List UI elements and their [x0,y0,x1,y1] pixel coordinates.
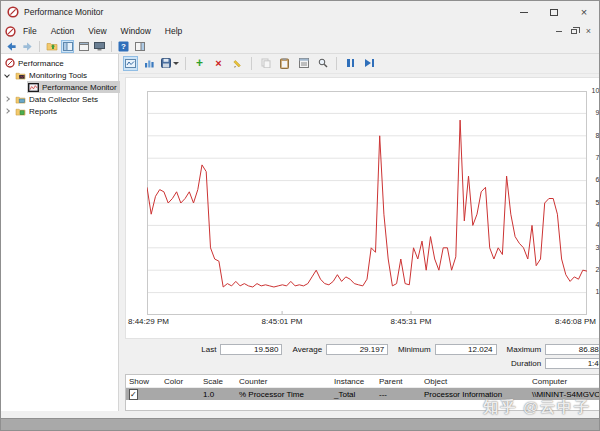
monitoring-tools-icon [15,71,26,80]
tree-item-label: Performance [18,59,64,68]
average-label: Average [292,345,322,354]
copy-icon [261,58,271,68]
tree-item-data-collector-sets[interactable]: Data Collector Sets [1,93,118,105]
graph-type-icon [144,58,155,68]
cell-instance: _Total [331,390,376,399]
menu-action[interactable]: Action [44,24,82,38]
col-object[interactable]: Object [421,377,529,386]
y-tick-label: 90 [586,109,600,116]
step-forward-icon [365,59,374,67]
duration-label: Duration [511,359,541,368]
forward-button[interactable] [21,40,34,53]
col-parent[interactable]: Parent [376,377,421,386]
tree-item-label: Monitoring Tools [29,71,87,80]
save-icon [161,58,171,68]
chevron-right-icon[interactable] [4,108,10,114]
chevron-down-icon[interactable] [4,72,10,78]
paste-counter-list-button[interactable] [277,56,292,71]
tree-item-label: Reports [29,107,57,116]
performance-root-icon [5,58,15,68]
minimize-button[interactable] [509,1,539,23]
close-button[interactable]: × [569,1,599,23]
properties-window-button[interactable] [77,40,90,53]
y-tick-label: 30 [586,244,600,251]
col-counter[interactable]: Counter [236,377,331,386]
highlight-button[interactable] [230,56,245,71]
x-tick-label: 8:45:31 PM [391,317,432,326]
copy-properties-button[interactable] [258,56,273,71]
action-pane-icon [135,42,145,51]
display-icon [94,42,105,51]
y-tick-label: 10 [586,288,600,295]
save-button[interactable] [161,56,179,71]
menu-view[interactable]: View [81,24,113,38]
maximize-button[interactable] [539,1,569,23]
console-tree-icon [63,42,73,51]
minimum-value: 12.024 [435,344,497,355]
reports-icon [15,107,26,116]
col-show[interactable]: Show [126,377,161,386]
perfmon-logo-icon [7,6,19,18]
col-instance[interactable]: Instance [331,377,376,386]
paste-clipboard-icon [280,58,289,69]
cell-scale: 1.0 [200,390,236,399]
data-collector-sets-icon [15,95,26,104]
last-value: 19.580 [220,344,282,355]
freeze-display-button[interactable] [343,56,358,71]
x-axis-labels: 8:44:29 PM8:45:01 PM8:45:31 PM8:46:08 PM [147,317,587,329]
chevron-right-icon[interactable] [4,96,10,102]
child-close-button[interactable]: × [586,27,591,36]
change-graph-type-button[interactable] [142,56,157,71]
window-title: Performance Monitor [24,7,509,17]
y-tick-label: 20 [586,266,600,273]
tree-item-reports[interactable]: Reports [1,105,118,117]
add-counter-button[interactable]: + [192,56,207,71]
average-value: 29.197 [326,344,388,355]
add-icon: + [196,57,203,69]
child-minimize-button[interactable] [556,31,562,32]
forward-arrow-icon [22,41,33,52]
title-bar: Performance Monitor × [1,1,599,23]
child-restore-button[interactable] [571,29,577,34]
up-one-level-button[interactable] [45,40,58,53]
show-checkbox[interactable]: ✓ [129,389,138,400]
y-tick-label: 50 [586,199,600,206]
maximum-value: 86.884 [545,344,600,355]
save-dropdown-caret-icon[interactable] [173,62,179,65]
update-data-button[interactable] [362,56,377,71]
col-color[interactable]: Color [161,377,200,386]
highlight-pencil-icon [233,58,243,68]
minimize-icon [520,12,528,13]
y-tick-label: 100 [586,87,600,94]
performance-monitor-icon [28,83,39,92]
performance-monitor-window: Performance Monitor × File Action View W… [0,0,600,431]
x-tick-label: 8:45:01 PM [262,317,303,326]
zoom-button[interactable] [315,56,330,71]
menu-window[interactable]: Window [114,24,158,38]
right-pane: + × 0102030405060708090100 8:44:29 PM8:4… [119,54,600,411]
console-tree-toggle-button[interactable] [61,40,74,53]
col-scale[interactable]: Scale [200,377,236,386]
help-button[interactable]: ? [117,40,130,53]
back-arrow-icon [6,41,17,52]
y-tick-label: 60 [586,176,600,183]
delete-counter-button[interactable]: × [211,56,226,71]
minimum-label: Minimum [398,345,430,354]
menu-help[interactable]: Help [158,24,189,38]
back-button[interactable] [5,40,18,53]
console-tree: Performance Monitoring Tools Performance… [1,54,119,411]
folder-up-icon [46,41,58,51]
properties-icon [299,58,309,68]
properties-button[interactable] [296,56,311,71]
tree-item-monitoring-tools[interactable]: Monitoring Tools [1,69,118,81]
help-icon: ? [118,41,129,52]
maximum-label: Maximum [507,345,542,354]
menu-file[interactable]: File [16,24,44,38]
tree-item-performance[interactable]: Performance [1,57,118,69]
view-current-activity-button[interactable] [123,56,138,71]
col-computer[interactable]: Computer [529,377,600,386]
tree-item-performance-monitor[interactable]: Performance Monitor [1,81,118,93]
action-pane-toggle-button[interactable] [133,40,146,53]
cell-parent: --- [376,390,421,399]
export-list-button[interactable] [93,40,106,53]
